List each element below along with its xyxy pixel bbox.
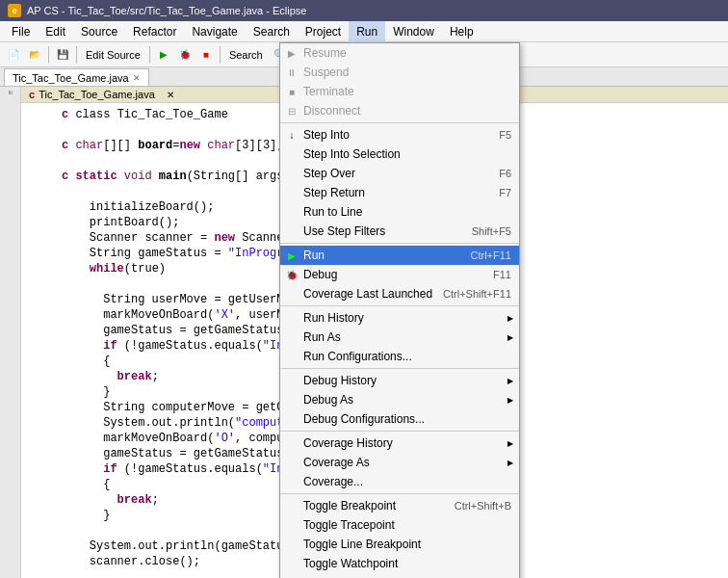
- step-into-selection-icon: [284, 146, 299, 162]
- side-panel: ≡: [0, 87, 21, 578]
- menu-item-use-step-filters[interactable]: Use Step Filters Shift+F5: [280, 222, 519, 241]
- toolbar-run[interactable]: ▶: [154, 45, 173, 65]
- toolbar-sep4: [220, 46, 221, 64]
- toolbar-sep2: [76, 46, 77, 64]
- menu-item-terminate[interactable]: ■ Terminate: [280, 82, 519, 101]
- run-icon: ▶: [284, 248, 299, 263]
- menu-item-coverage-history[interactable]: Coverage History: [280, 434, 519, 453]
- toggle-wp-icon: [284, 556, 299, 571]
- menu-navigate[interactable]: Navigate: [184, 21, 245, 42]
- toolbar-new[interactable]: 📄: [4, 45, 23, 65]
- menu-sep3: [280, 305, 519, 306]
- menu-run[interactable]: Run: [349, 21, 385, 42]
- menu-sep5: [280, 431, 519, 432]
- coverage-last-icon: [284, 286, 299, 302]
- menu-item-debug-history[interactable]: Debug History: [280, 371, 519, 390]
- menu-refactor[interactable]: Refactor: [125, 21, 184, 42]
- menu-item-step-into-selection[interactable]: Step Into Selection: [280, 144, 519, 164]
- toolbar-open[interactable]: 📂: [25, 45, 44, 65]
- menu-item-run-history[interactable]: Run History: [280, 308, 519, 328]
- run-history-icon: [284, 310, 299, 326]
- toggle-line-bp-icon: [284, 537, 299, 552]
- suspend-icon: ⏸: [284, 65, 299, 80]
- tab-main[interactable]: Tic_Tac_Toe_Game.java ✕: [4, 68, 149, 86]
- run-menu-dropdown[interactable]: ▶ Resume ⏸ Suspend ■ Terminate ⊟ Disconn…: [279, 42, 520, 578]
- menu-item-toggle-tracepoint[interactable]: Toggle Tracepoint: [280, 515, 519, 535]
- coverage-as-icon: [284, 455, 299, 470]
- menu-item-debug[interactable]: 🐞 Debug F11: [280, 265, 519, 284]
- toolbar-stop[interactable]: ■: [196, 45, 216, 65]
- menu-item-run-to-line[interactable]: Run to Line: [280, 202, 519, 222]
- menu-item-toggle-line-breakpoint[interactable]: Toggle Line Breakpoint: [280, 535, 519, 554]
- disconnect-icon: ⊟: [284, 103, 299, 118]
- menu-item-run-configurations[interactable]: Run Configurations...: [280, 347, 519, 366]
- debug-history-icon: [284, 373, 299, 388]
- toolbar-sep3: [149, 46, 150, 64]
- menu-item-coverage-as[interactable]: Coverage As: [280, 453, 519, 472]
- code-file-label: Tic_Tac_Toe_Game.java: [39, 89, 155, 100]
- menu-bar: File Edit Source Refactor Navigate Searc…: [0, 21, 728, 42]
- menu-item-debug-as[interactable]: Debug As: [280, 390, 519, 409]
- menu-item-step-into[interactable]: ↓ Step Into F5: [280, 125, 519, 144]
- step-over-icon: [284, 166, 299, 181]
- run-to-line-icon: [284, 204, 299, 220]
- menu-item-suspend[interactable]: ⏸ Suspend: [280, 63, 519, 82]
- search-button[interactable]: Search: [224, 45, 268, 65]
- menu-window[interactable]: Window: [385, 21, 442, 42]
- menu-sep6: [280, 493, 519, 494]
- toolbar-debug[interactable]: 🐞: [175, 45, 195, 65]
- menu-item-disconnect[interactable]: ⊟ Disconnect: [280, 101, 519, 120]
- menu-item-run[interactable]: ▶ Run Ctrl+F11: [280, 246, 519, 265]
- menu-sep1: [280, 122, 519, 123]
- menu-item-toggle-watchpoint[interactable]: Toggle Watchpoint: [280, 554, 519, 573]
- resume-icon: ▶: [284, 45, 299, 61]
- menu-item-run-as[interactable]: Run As: [280, 328, 519, 347]
- toggle-tp-icon: [284, 517, 299, 533]
- menu-item-resume[interactable]: ▶ Resume: [280, 43, 519, 63]
- menu-sep4: [280, 368, 519, 369]
- class-keyword: c: [29, 89, 35, 100]
- title-text: AP CS - Tic_Tac_Toe/src/Tic_Tac_Toe_Game…: [27, 5, 306, 16]
- side-panel-label: ≡: [6, 91, 14, 95]
- eclipse-icon: e: [8, 4, 21, 17]
- debug-icon: 🐞: [284, 267, 299, 282]
- debug-config-icon: [284, 411, 299, 427]
- menu-sep2: [280, 243, 519, 244]
- run-as-icon: [284, 329, 299, 345]
- menu-source[interactable]: Source: [73, 21, 125, 42]
- edit-source-button[interactable]: Edit Source: [81, 45, 145, 65]
- run-config-icon: [284, 349, 299, 364]
- use-step-filters-icon: [284, 223, 299, 239]
- menu-edit[interactable]: Edit: [38, 21, 73, 42]
- menu-item-coverage-last-launched[interactable]: Coverage Last Launched Ctrl+Shift+F11: [280, 284, 519, 303]
- menu-project[interactable]: Project: [298, 21, 349, 42]
- terminate-icon: ■: [284, 84, 299, 99]
- coverage-icon: [284, 474, 299, 489]
- step-return-icon: [284, 185, 299, 200]
- tab-label: Tic_Tac_Toe_Game.java: [13, 72, 129, 84]
- toolbar-sep1: [48, 46, 49, 64]
- menu-file[interactable]: File: [4, 21, 38, 42]
- menu-item-toggle-method-breakpoint[interactable]: Toggle Method Breakpoint: [280, 573, 519, 578]
- menu-item-coverage[interactable]: Coverage...: [280, 472, 519, 491]
- tab-close[interactable]: ✕: [133, 73, 141, 83]
- step-into-icon: ↓: [284, 127, 299, 143]
- menu-help[interactable]: Help: [442, 21, 481, 42]
- menu-item-toggle-breakpoint[interactable]: Toggle Breakpoint Ctrl+Shift+B: [280, 496, 519, 515]
- debug-as-icon: [284, 392, 299, 407]
- coverage-history-icon: [284, 435, 299, 451]
- menu-search[interactable]: Search: [246, 21, 298, 42]
- toolbar-save[interactable]: 💾: [53, 45, 72, 65]
- title-bar: e AP CS - Tic_Tac_Toe/src/Tic_Tac_Toe_Ga…: [0, 0, 728, 21]
- menu-item-debug-configurations[interactable]: Debug Configurations...: [280, 409, 519, 429]
- toggle-bp-icon: [284, 498, 299, 513]
- menu-item-step-over[interactable]: Step Over F6: [280, 164, 519, 183]
- menu-item-step-return[interactable]: Step Return F7: [280, 183, 519, 202]
- close-icon[interactable]: ✕: [167, 90, 174, 100]
